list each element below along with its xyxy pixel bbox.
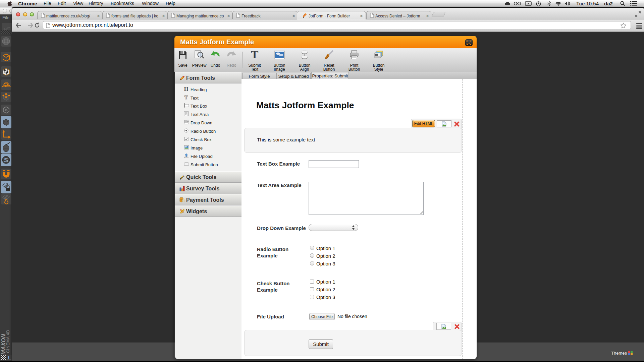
svg-text:T: T <box>184 95 188 100</box>
svg-text:S: S <box>4 157 8 164</box>
svg-text:H: H <box>184 86 189 92</box>
svg-text:T: T <box>251 50 259 60</box>
